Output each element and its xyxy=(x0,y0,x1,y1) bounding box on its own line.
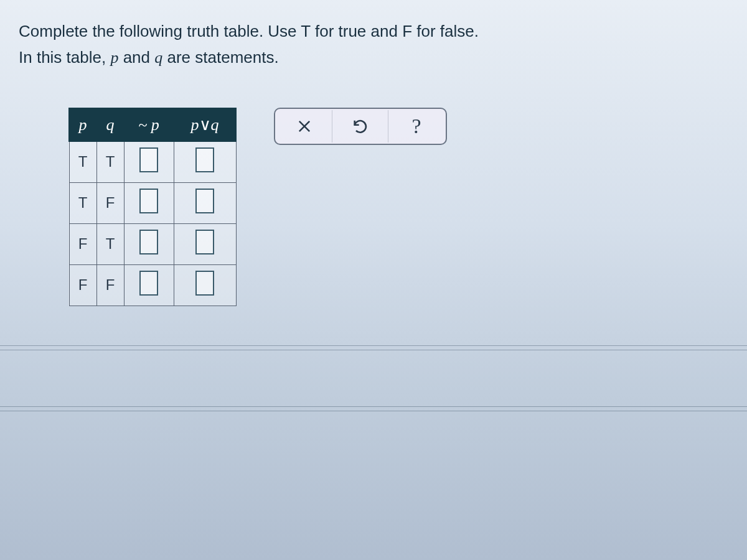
table-row: T T xyxy=(69,141,236,182)
answer-input[interactable] xyxy=(139,189,158,213)
answer-input[interactable] xyxy=(139,230,158,254)
cell-not-p xyxy=(124,223,174,264)
header-q: q xyxy=(96,108,124,141)
cell-q: F xyxy=(96,264,124,306)
answer-input[interactable] xyxy=(195,189,214,213)
question-mark-icon: ? xyxy=(411,114,421,138)
truth-table: p q ~ p p∨q T T T F F xyxy=(68,108,237,306)
cell-p-or-q xyxy=(174,182,236,223)
help-button[interactable]: ? xyxy=(388,110,444,142)
clear-button[interactable] xyxy=(276,110,332,142)
cell-p-or-q xyxy=(174,223,236,264)
header-p: p xyxy=(69,108,96,141)
cell-p: T xyxy=(69,141,96,182)
close-icon xyxy=(296,118,313,135)
cell-not-p xyxy=(124,264,174,306)
cell-not-p xyxy=(124,141,174,182)
cell-q: T xyxy=(96,223,124,264)
question-prompt: Complete the following truth table. Use … xyxy=(19,19,728,70)
header-not-p: ~ p xyxy=(124,108,174,141)
table-row: F F xyxy=(69,264,236,306)
undo-icon xyxy=(352,118,369,135)
cell-p: F xyxy=(69,264,96,306)
header-p-or-q: p∨q xyxy=(174,108,236,141)
answer-input[interactable] xyxy=(195,271,214,296)
variable-p: p xyxy=(110,49,118,67)
cell-p-or-q xyxy=(174,141,236,182)
answer-input[interactable] xyxy=(139,271,158,296)
answer-input[interactable] xyxy=(195,230,214,254)
answer-toolbar: ? xyxy=(274,108,447,145)
table-row: T F xyxy=(69,182,236,223)
answer-input[interactable] xyxy=(195,147,214,172)
cell-p: T xyxy=(69,182,96,223)
prompt-line-2: In this table, p and q are statements. xyxy=(19,45,728,71)
cell-p: F xyxy=(69,223,96,264)
variable-q: q xyxy=(154,49,162,67)
answer-input[interactable] xyxy=(139,147,158,172)
table-header-row: p q ~ p p∨q xyxy=(69,108,236,141)
prompt-line-1: Complete the following truth table. Use … xyxy=(19,19,728,45)
cell-q: T xyxy=(96,141,124,182)
cell-q: F xyxy=(96,182,124,223)
cell-not-p xyxy=(124,182,174,223)
table-row: F T xyxy=(69,223,236,264)
cell-p-or-q xyxy=(174,264,236,306)
undo-button[interactable] xyxy=(332,110,388,142)
